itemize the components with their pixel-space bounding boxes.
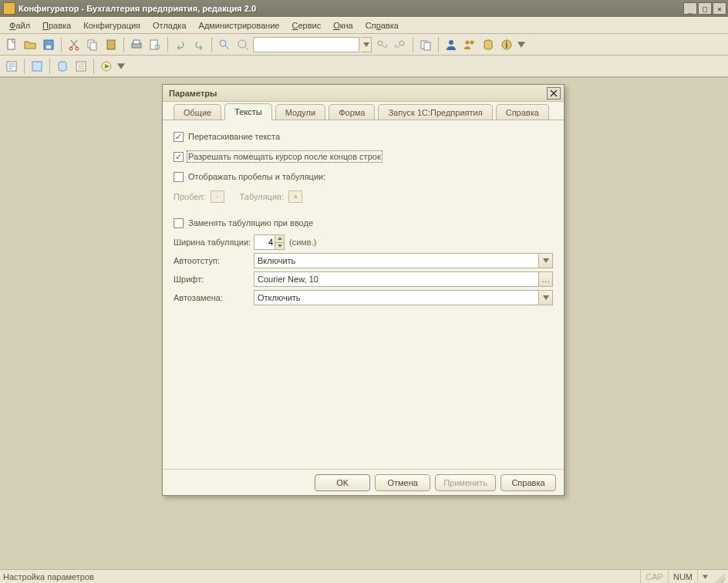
info-icon[interactable]: i (498, 36, 515, 53)
checkbox-replace-tabs[interactable]: Заменять табуляцию при вводе (174, 218, 313, 228)
undo-icon[interactable] (172, 36, 189, 53)
svg-rect-10 (133, 40, 140, 44)
save-icon[interactable] (40, 36, 57, 53)
chevron-down-icon[interactable] (538, 291, 552, 305)
db-icon[interactable] (480, 36, 497, 53)
checkmark-icon (174, 152, 184, 162)
spin-down-icon[interactable] (275, 243, 284, 250)
print-icon[interactable] (128, 36, 145, 53)
minimize-button[interactable]: _ (683, 2, 697, 15)
tab-width-stepper[interactable] (254, 234, 285, 250)
tab-width-label: Ширина табуляции: (174, 238, 254, 247)
clipboard-history-icon[interactable] (417, 36, 434, 53)
toolbar-main: i (0, 34, 728, 56)
separator (211, 37, 212, 52)
users-icon[interactable] (461, 36, 478, 53)
tab-strip: Общие Тексты Модули Форма Запуск 1С:Пред… (163, 102, 564, 120)
status-lang-dropdown[interactable] (697, 570, 713, 583)
svg-rect-8 (110, 39, 113, 42)
search-input[interactable] (253, 37, 359, 52)
user-icon[interactable] (443, 36, 460, 53)
apply-button: Применить (435, 474, 496, 491)
font-label: Шрифт: (174, 275, 254, 284)
menu-config[interactable]: Конфигурация (77, 19, 147, 32)
status-cap: CAP (640, 570, 668, 583)
svg-point-16 (399, 41, 404, 45)
dialog-title-bar[interactable]: Параметры (163, 85, 564, 102)
svg-point-20 (466, 40, 470, 44)
new-doc-icon[interactable] (3, 36, 20, 53)
db-store-icon[interactable] (54, 58, 71, 75)
ellipsis-button[interactable]: … (538, 272, 552, 286)
paste-icon[interactable] (103, 36, 120, 53)
dialog-close-button[interactable] (547, 87, 561, 99)
help-button[interactable]: Справка (501, 474, 556, 491)
tab-width-input[interactable] (254, 235, 275, 249)
print-preview-icon[interactable] (147, 36, 163, 53)
find-icon[interactable] (216, 36, 233, 53)
title-bar: Конфигуратор - Бухгалтерия предприятия, … (0, 0, 728, 17)
autoreplace-label: Автозамена: (174, 293, 254, 302)
svg-rect-26 (32, 62, 42, 71)
font-field[interactable]: Courier New, 10 … (254, 271, 553, 287)
open-icon[interactable] (22, 36, 39, 53)
svg-point-21 (470, 40, 474, 44)
tab-form[interactable]: Форма (329, 104, 375, 120)
app-icon (3, 2, 15, 15)
separator (24, 59, 25, 74)
separator (49, 59, 50, 74)
copy-icon[interactable] (84, 36, 101, 53)
list-icon[interactable] (72, 58, 89, 75)
menu-file[interactable]: Файл (3, 19, 36, 32)
checkbox-cursor-eol[interactable]: Разрешать помещать курсор после концов с… (174, 152, 381, 162)
separator (167, 37, 168, 52)
config-icon[interactable] (29, 58, 46, 75)
autoreplace-select[interactable]: Отключить (254, 290, 553, 305)
tab-help[interactable]: Справка (496, 104, 549, 120)
tab-char-box[interactable]: » (288, 190, 302, 203)
menu-admin[interactable]: Администрирование (193, 19, 286, 32)
search-dropdown[interactable] (361, 37, 372, 52)
redo-icon[interactable] (190, 36, 207, 53)
window-title: Конфигуратор - Бухгалтерия предприятия, … (19, 4, 682, 13)
run-icon[interactable] (98, 58, 115, 75)
checkbox-drag-text[interactable]: Перетаскивание текста (174, 132, 280, 142)
svg-point-14 (238, 40, 246, 48)
zoom-icon[interactable] (234, 36, 251, 53)
menu-help[interactable]: Справка (359, 19, 405, 32)
find-next-icon[interactable] (373, 36, 390, 53)
spin-up-icon[interactable] (275, 235, 284, 243)
chevron-down-icon[interactable] (538, 254, 552, 268)
checkbox-label: Отображать пробелы и табуляции: (188, 172, 325, 181)
svg-rect-0 (8, 39, 15, 49)
autoreplace-value: Отключить (254, 293, 538, 302)
tab-modules[interactable]: Модули (275, 104, 325, 120)
maximize-button[interactable]: □ (698, 2, 712, 15)
cut-icon[interactable] (66, 36, 83, 53)
menu-service[interactable]: Сервис (285, 19, 327, 32)
toolbar-debug (0, 56, 728, 77)
checkbox-show-whitespace[interactable]: Отображать пробелы и табуляции: (174, 172, 325, 182)
dialog-button-row: OK Отмена Применить Справка (163, 469, 564, 495)
run-dropdown-icon[interactable] (116, 58, 126, 75)
tab-general[interactable]: Общие (174, 104, 221, 120)
ok-button[interactable]: OK (315, 474, 370, 491)
svg-rect-2 (46, 45, 51, 49)
cancel-button[interactable]: Отмена (375, 474, 430, 491)
svg-rect-6 (90, 42, 96, 50)
dialog-title: Параметры (169, 89, 217, 98)
menu-debug[interactable]: Отладка (147, 19, 192, 32)
close-button[interactable]: ✕ (713, 2, 726, 15)
find-prev-icon[interactable] (392, 36, 409, 53)
font-value: Courier New, 10 (254, 275, 538, 284)
toolbar-overflow-icon[interactable] (517, 36, 526, 53)
autoindent-select[interactable]: Включить (254, 253, 553, 268)
resize-grip-icon[interactable] (713, 571, 725, 583)
tab-texts[interactable]: Тексты (224, 103, 272, 120)
menu-windows[interactable]: Окна (327, 19, 359, 32)
space-char-box[interactable]: · (211, 190, 224, 203)
svg-point-13 (220, 40, 226, 46)
menu-edit[interactable]: Правка (36, 19, 77, 32)
module-icon[interactable] (3, 58, 20, 75)
tab-launch[interactable]: Запуск 1С:Предприятия (378, 104, 492, 120)
